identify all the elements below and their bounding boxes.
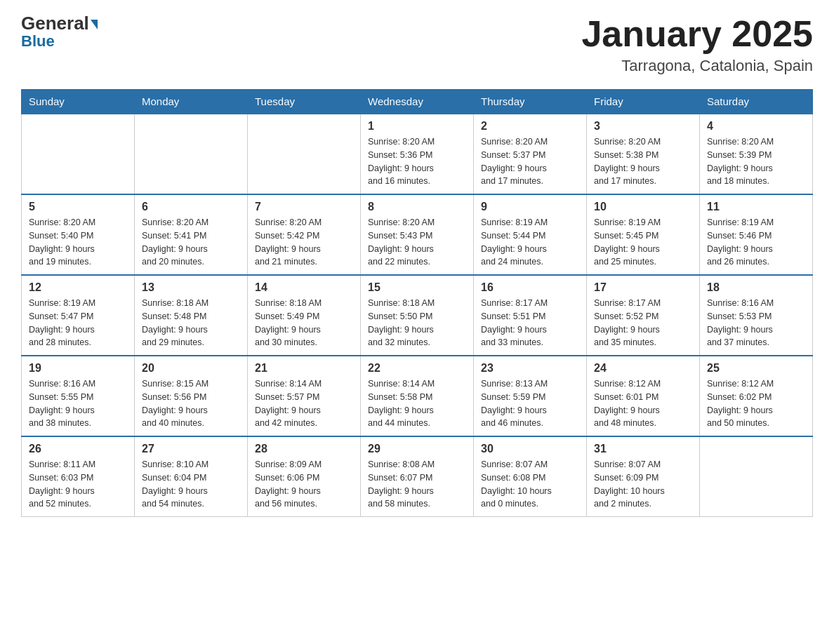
calendar-cell: 28Sunrise: 8:09 AM Sunset: 6:06 PM Dayli… xyxy=(248,436,361,517)
calendar-cell: 29Sunrise: 8:08 AM Sunset: 6:07 PM Dayli… xyxy=(361,436,474,517)
calendar-cell xyxy=(248,114,361,194)
day-info: Sunrise: 8:20 AM Sunset: 5:40 PM Dayligh… xyxy=(29,216,127,269)
day-info: Sunrise: 8:20 AM Sunset: 5:43 PM Dayligh… xyxy=(368,216,466,269)
calendar-cell: 10Sunrise: 8:19 AM Sunset: 5:45 PM Dayli… xyxy=(587,194,700,275)
day-info: Sunrise: 8:20 AM Sunset: 5:41 PM Dayligh… xyxy=(142,216,240,269)
calendar-cell xyxy=(700,436,813,517)
calendar-header-wednesday: Wednesday xyxy=(361,90,474,114)
calendar-cell: 22Sunrise: 8:14 AM Sunset: 5:58 PM Dayli… xyxy=(361,356,474,436)
day-number: 13 xyxy=(142,281,240,294)
day-number: 25 xyxy=(707,362,805,375)
day-number: 3 xyxy=(594,120,692,133)
calendar-cell: 4Sunrise: 8:20 AM Sunset: 5:39 PM Daylig… xyxy=(700,114,813,194)
calendar-cell: 12Sunrise: 8:19 AM Sunset: 5:47 PM Dayli… xyxy=(22,275,135,356)
calendar-cell: 24Sunrise: 8:12 AM Sunset: 6:01 PM Dayli… xyxy=(587,356,700,436)
day-info: Sunrise: 8:14 AM Sunset: 5:57 PM Dayligh… xyxy=(255,377,353,430)
day-number: 29 xyxy=(368,443,466,455)
day-info: Sunrise: 8:17 AM Sunset: 5:51 PM Dayligh… xyxy=(481,297,579,349)
day-number: 19 xyxy=(29,362,127,375)
calendar-cell: 21Sunrise: 8:14 AM Sunset: 5:57 PM Dayli… xyxy=(248,356,361,436)
day-number: 24 xyxy=(594,362,692,375)
calendar-cell: 19Sunrise: 8:16 AM Sunset: 5:55 PM Dayli… xyxy=(22,356,135,436)
calendar-cell: 14Sunrise: 8:18 AM Sunset: 5:49 PM Dayli… xyxy=(248,275,361,356)
calendar-cell: 20Sunrise: 8:15 AM Sunset: 5:56 PM Dayli… xyxy=(135,356,248,436)
day-info: Sunrise: 8:19 AM Sunset: 5:45 PM Dayligh… xyxy=(594,216,692,269)
day-number: 9 xyxy=(481,201,579,213)
day-number: 31 xyxy=(594,443,692,455)
calendar-cell: 2Sunrise: 8:20 AM Sunset: 5:37 PM Daylig… xyxy=(474,114,587,194)
calendar-header-monday: Monday xyxy=(135,90,248,114)
day-info: Sunrise: 8:09 AM Sunset: 6:06 PM Dayligh… xyxy=(255,458,353,511)
title-area: January 2025 Tarragona, Catalonia, Spain xyxy=(581,14,813,75)
day-number: 20 xyxy=(142,362,240,375)
day-info: Sunrise: 8:19 AM Sunset: 5:44 PM Dayligh… xyxy=(481,216,579,269)
week-row-2: 5Sunrise: 8:20 AM Sunset: 5:40 PM Daylig… xyxy=(22,194,813,275)
day-number: 1 xyxy=(368,120,466,133)
calendar-cell: 31Sunrise: 8:07 AM Sunset: 6:09 PM Dayli… xyxy=(587,436,700,517)
day-info: Sunrise: 8:18 AM Sunset: 5:48 PM Dayligh… xyxy=(142,297,240,349)
day-info: Sunrise: 8:12 AM Sunset: 6:01 PM Dayligh… xyxy=(594,377,692,430)
logo-general-text: General xyxy=(21,14,98,32)
day-info: Sunrise: 8:13 AM Sunset: 5:59 PM Dayligh… xyxy=(481,377,579,430)
calendar-cell xyxy=(22,114,135,194)
calendar-header-row: SundayMondayTuesdayWednesdayThursdayFrid… xyxy=(22,90,813,114)
week-row-3: 12Sunrise: 8:19 AM Sunset: 5:47 PM Dayli… xyxy=(22,275,813,356)
calendar-header-thursday: Thursday xyxy=(474,90,587,114)
week-row-1: 1Sunrise: 8:20 AM Sunset: 5:36 PM Daylig… xyxy=(22,114,813,194)
day-info: Sunrise: 8:20 AM Sunset: 5:39 PM Dayligh… xyxy=(707,135,805,188)
day-number: 2 xyxy=(481,120,579,133)
day-info: Sunrise: 8:15 AM Sunset: 5:56 PM Dayligh… xyxy=(142,377,240,430)
day-info: Sunrise: 8:19 AM Sunset: 5:47 PM Dayligh… xyxy=(29,297,127,349)
calendar-cell: 15Sunrise: 8:18 AM Sunset: 5:50 PM Dayli… xyxy=(361,275,474,356)
day-info: Sunrise: 8:10 AM Sunset: 6:04 PM Dayligh… xyxy=(142,458,240,511)
day-number: 23 xyxy=(481,362,579,375)
day-number: 12 xyxy=(29,281,127,294)
day-info: Sunrise: 8:16 AM Sunset: 5:53 PM Dayligh… xyxy=(707,297,805,349)
day-info: Sunrise: 8:18 AM Sunset: 5:49 PM Dayligh… xyxy=(255,297,353,349)
day-number: 16 xyxy=(481,281,579,294)
day-number: 18 xyxy=(707,281,805,294)
logo-triangle-icon xyxy=(91,20,98,29)
day-info: Sunrise: 8:11 AM Sunset: 6:03 PM Dayligh… xyxy=(29,458,127,511)
calendar-cell: 13Sunrise: 8:18 AM Sunset: 5:48 PM Dayli… xyxy=(135,275,248,356)
day-number: 21 xyxy=(255,362,353,375)
day-number: 10 xyxy=(594,201,692,213)
day-info: Sunrise: 8:14 AM Sunset: 5:58 PM Dayligh… xyxy=(368,377,466,430)
calendar-cell: 25Sunrise: 8:12 AM Sunset: 6:02 PM Dayli… xyxy=(700,356,813,436)
day-info: Sunrise: 8:20 AM Sunset: 5:36 PM Dayligh… xyxy=(368,135,466,188)
day-info: Sunrise: 8:08 AM Sunset: 6:07 PM Dayligh… xyxy=(368,458,466,511)
calendar-cell: 30Sunrise: 8:07 AM Sunset: 6:08 PM Dayli… xyxy=(474,436,587,517)
day-info: Sunrise: 8:19 AM Sunset: 5:46 PM Dayligh… xyxy=(707,216,805,269)
day-number: 30 xyxy=(481,443,579,455)
calendar-cell: 16Sunrise: 8:17 AM Sunset: 5:51 PM Dayli… xyxy=(474,275,587,356)
day-number: 26 xyxy=(29,443,127,455)
week-row-4: 19Sunrise: 8:16 AM Sunset: 5:55 PM Dayli… xyxy=(22,356,813,436)
day-info: Sunrise: 8:20 AM Sunset: 5:38 PM Dayligh… xyxy=(594,135,692,188)
day-info: Sunrise: 8:20 AM Sunset: 5:42 PM Dayligh… xyxy=(255,216,353,269)
calendar-cell xyxy=(135,114,248,194)
location-title: Tarragona, Catalonia, Spain xyxy=(581,57,813,75)
day-info: Sunrise: 8:12 AM Sunset: 6:02 PM Dayligh… xyxy=(707,377,805,430)
day-number: 15 xyxy=(368,281,466,294)
logo-blue-text: Blue xyxy=(21,34,55,49)
calendar-header-saturday: Saturday xyxy=(700,90,813,114)
day-number: 4 xyxy=(707,120,805,133)
calendar-cell: 26Sunrise: 8:11 AM Sunset: 6:03 PM Dayli… xyxy=(22,436,135,517)
logo: General Blue xyxy=(21,14,98,49)
day-info: Sunrise: 8:17 AM Sunset: 5:52 PM Dayligh… xyxy=(594,297,692,349)
page-header: General Blue January 2025 Tarragona, Cat… xyxy=(21,14,813,75)
day-info: Sunrise: 8:07 AM Sunset: 6:09 PM Dayligh… xyxy=(594,458,692,511)
calendar-header-sunday: Sunday xyxy=(22,90,135,114)
day-info: Sunrise: 8:07 AM Sunset: 6:08 PM Dayligh… xyxy=(481,458,579,511)
day-number: 17 xyxy=(594,281,692,294)
calendar-cell: 5Sunrise: 8:20 AM Sunset: 5:40 PM Daylig… xyxy=(22,194,135,275)
day-number: 28 xyxy=(255,443,353,455)
calendar-table: SundayMondayTuesdayWednesdayThursdayFrid… xyxy=(21,89,813,517)
day-number: 7 xyxy=(255,201,353,213)
day-number: 8 xyxy=(368,201,466,213)
calendar-cell: 1Sunrise: 8:20 AM Sunset: 5:36 PM Daylig… xyxy=(361,114,474,194)
calendar-cell: 8Sunrise: 8:20 AM Sunset: 5:43 PM Daylig… xyxy=(361,194,474,275)
month-title: January 2025 xyxy=(581,14,813,54)
calendar-header-friday: Friday xyxy=(587,90,700,114)
day-number: 11 xyxy=(707,201,805,213)
